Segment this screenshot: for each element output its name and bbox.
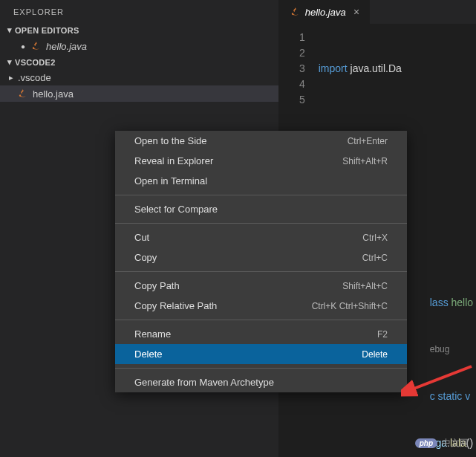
menu-separator xyxy=(115,320,407,320)
open-editor-name: hello.java xyxy=(46,41,87,52)
menu-cut[interactable]: CutCtrl+X xyxy=(115,227,407,247)
code-keyword: import xyxy=(319,62,348,74)
watermark: php 中文网 xyxy=(415,437,469,450)
section-label: OPEN EDITORS xyxy=(15,26,79,35)
open-editor-item[interactable]: hello.java xyxy=(0,38,278,54)
watermark-text: 中文网 xyxy=(442,437,469,450)
menu-copy-path[interactable]: Copy PathShift+Alt+C xyxy=(115,276,407,296)
close-icon[interactable]: × xyxy=(353,6,359,18)
tree-folder-vscode[interactable]: ▸ .vscode xyxy=(0,70,278,85)
menu-maven-archetype[interactable]: Generate from Maven Archetype xyxy=(115,372,407,392)
chevron-down-icon: ▾ xyxy=(4,57,15,67)
tab-hello-java[interactable]: hello.java × xyxy=(278,0,370,24)
section-workspace[interactable]: ▾ VSCODE2 xyxy=(0,54,278,70)
context-menu: Open to the SideCtrl+Enter Reveal in Exp… xyxy=(115,131,407,392)
menu-separator xyxy=(115,195,407,195)
lineno: 2 xyxy=(278,45,305,61)
explorer-title: EXPLORER xyxy=(0,0,278,22)
tree-file-hello-java[interactable]: hello.java xyxy=(0,85,278,102)
lineno: 3 xyxy=(278,61,305,77)
menu-separator xyxy=(115,223,407,224)
menu-select-compare[interactable]: Select for Compare xyxy=(115,199,407,219)
svg-line-0 xyxy=(410,366,472,390)
menu-delete[interactable]: DeleteDelete xyxy=(115,344,407,364)
chevron-right-icon: ▸ xyxy=(6,73,16,82)
lineno: 4 xyxy=(278,77,305,92)
folder-name: .vscode xyxy=(18,72,51,83)
java-file-icon xyxy=(30,40,42,52)
menu-copy[interactable]: CopyCtrl+C xyxy=(115,247,407,268)
chevron-down-icon: ▾ xyxy=(4,25,15,35)
menu-copy-relative-path[interactable]: Copy Relative PathCtrl+K Ctrl+Shift+C xyxy=(115,296,407,316)
menu-open-to-side[interactable]: Open to the SideCtrl+Enter xyxy=(115,131,407,151)
java-file-icon xyxy=(16,88,28,100)
editor-tabs: hello.java × xyxy=(278,0,476,24)
menu-reveal-explorer[interactable]: Reveal in ExplorerShift+Alt+R xyxy=(115,151,407,171)
lineno: 1 xyxy=(278,30,305,45)
codelens[interactable]: ebug xyxy=(430,344,450,354)
section-open-editors[interactable]: ▾ OPEN EDITORS xyxy=(0,22,278,38)
lineno: 5 xyxy=(278,92,305,108)
lineno xyxy=(278,108,305,123)
file-name: hello.java xyxy=(33,88,74,100)
menu-rename[interactable]: RenameF2 xyxy=(115,324,407,344)
annotation-arrow xyxy=(401,360,475,401)
java-file-icon xyxy=(289,6,301,18)
menu-open-terminal[interactable]: Open in Terminal xyxy=(115,171,407,191)
menu-separator xyxy=(115,271,407,272)
php-badge: php xyxy=(415,438,437,448)
menu-separator xyxy=(115,368,407,369)
tab-label: hello.java xyxy=(305,7,346,18)
section-label: VSCODE2 xyxy=(15,58,56,67)
